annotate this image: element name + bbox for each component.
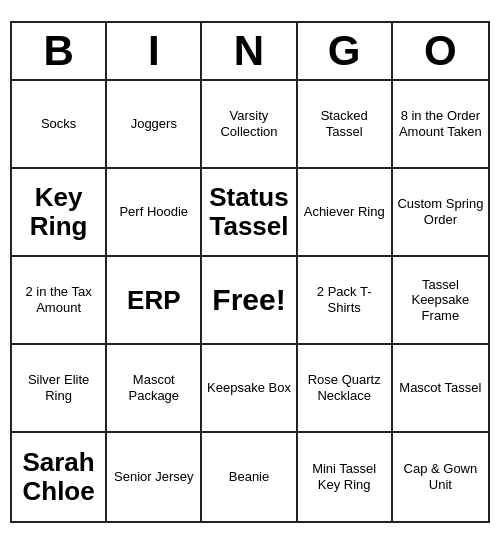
bingo-cell: Mascot Tassel [393,345,488,433]
bingo-cell: Keepsake Box [202,345,297,433]
bingo-cell: Achiever Ring [298,169,393,257]
header-letter: I [107,23,202,79]
bingo-cell: 8 in the Order Amount Taken [393,81,488,169]
bingo-header: BINGO [12,23,488,81]
bingo-cell: Status Tassel [202,169,297,257]
bingo-cell: Key Ring [12,169,107,257]
bingo-cell: ERP [107,257,202,345]
bingo-cell: Varsity Collection [202,81,297,169]
bingo-cell: Stacked Tassel [298,81,393,169]
bingo-cell: Silver Elite Ring [12,345,107,433]
bingo-cell: Rose Quartz Necklace [298,345,393,433]
bingo-cell: Mini Tassel Key Ring [298,433,393,521]
header-letter: O [393,23,488,79]
bingo-cell: Joggers [107,81,202,169]
bingo-grid: SocksJoggersVarsity CollectionStacked Ta… [12,81,488,521]
bingo-cell: 2 Pack T-Shirts [298,257,393,345]
bingo-cell: 2 in the Tax Amount [12,257,107,345]
bingo-cell: Mascot Package [107,345,202,433]
bingo-cell: Sarah Chloe [12,433,107,521]
bingo-card: BINGO SocksJoggersVarsity CollectionStac… [10,21,490,523]
header-letter: N [202,23,297,79]
bingo-cell: Free! [202,257,297,345]
header-letter: G [298,23,393,79]
bingo-cell: Beanie [202,433,297,521]
bingo-cell: Socks [12,81,107,169]
bingo-cell: Perf Hoodie [107,169,202,257]
bingo-cell: Tassel Keepsake Frame [393,257,488,345]
bingo-cell: Custom Spring Order [393,169,488,257]
bingo-cell: Cap & Gown Unit [393,433,488,521]
header-letter: B [12,23,107,79]
bingo-cell: Senior Jersey [107,433,202,521]
